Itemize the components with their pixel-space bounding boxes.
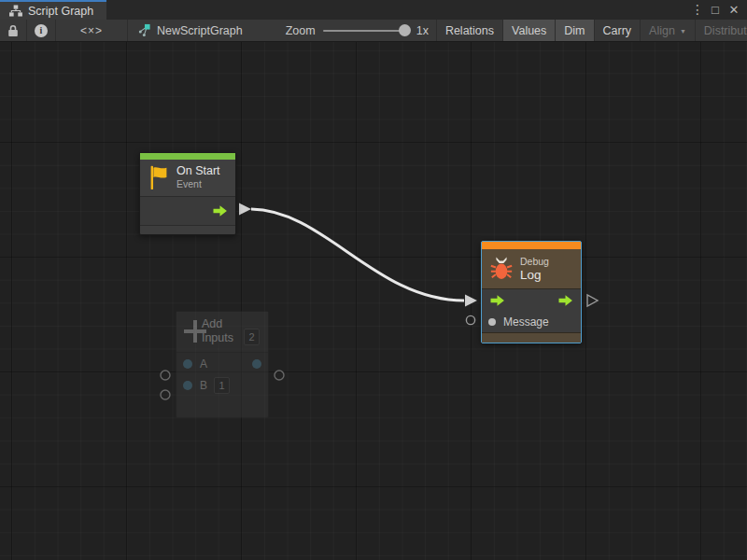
zoom-label: Zoom — [286, 24, 316, 37]
input-b-dot[interactable] — [183, 381, 192, 390]
relations-label: Relations — [445, 24, 494, 37]
node-subtitle: Inputs — [202, 331, 233, 345]
bug-icon — [489, 256, 514, 281]
debug-accent-strip — [482, 242, 581, 249]
port-row-b: B 1 — [176, 374, 268, 396]
inspect-button[interactable]: i — [27, 20, 56, 41]
flow-output-arrow-icon[interactable] — [557, 294, 574, 307]
node-footer — [482, 332, 581, 343]
node-header: On Start Event — [140, 160, 235, 197]
edit-source-button[interactable]: <×> — [56, 20, 128, 41]
script-graph-asset-icon — [137, 23, 151, 37]
flow-output-arrow-icon[interactable] — [211, 204, 229, 217]
add-input-a-port-circle[interactable] — [161, 371, 170, 380]
tab-title: Script Graph — [28, 5, 93, 18]
values-label: Values — [512, 24, 546, 37]
add-input-b-port-circle[interactable] — [161, 390, 170, 399]
graph-name: NewScriptGraph — [157, 24, 243, 37]
debug-message-port-circle[interactable] — [466, 315, 474, 324]
input-a-dot[interactable] — [183, 359, 192, 369]
output-dot[interactable] — [252, 359, 261, 369]
window-controls: ⋮ □ ✕ — [691, 0, 747, 20]
node-header: Add Inputs 2 — [176, 312, 268, 353]
debug-input-port-triangle[interactable] — [465, 295, 477, 307]
event-accent-strip — [140, 153, 235, 160]
lock-button[interactable] — [0, 20, 27, 41]
debug-output-port-triangle[interactable] — [587, 295, 598, 306]
relations-button[interactable]: Relations — [436, 20, 502, 41]
message-port-dot[interactable] — [488, 318, 496, 326]
tab-bar: Script Graph ⋮ □ ✕ — [0, 0, 747, 20]
script-graph-window: Script Graph ⋮ □ ✕ i <×> NewScriptGraph … — [0, 0, 747, 560]
zoom-slider-knob[interactable] — [399, 24, 411, 36]
node-body — [140, 197, 235, 225]
close-icon[interactable]: ✕ — [726, 1, 741, 19]
node-header: Debug Log — [482, 249, 581, 289]
breadcrumb[interactable]: NewScriptGraph — [128, 20, 252, 41]
distribute-dropdown[interactable]: Distribute▼ — [695, 20, 747, 41]
node-add-ghost[interactable]: Add Inputs 2 A B 1 — [176, 311, 269, 418]
graph-hierarchy-icon — [8, 5, 22, 17]
plus-icon — [184, 320, 195, 343]
carry-button[interactable]: Carry — [594, 20, 641, 41]
zoom-control: Zoom 1x — [278, 20, 436, 41]
input-b-value-field[interactable]: 1 — [214, 377, 230, 394]
flow-port-row — [482, 289, 581, 311]
input-a-label: A — [200, 357, 207, 371]
flag-icon — [148, 164, 170, 190]
node-title: On Start — [176, 164, 220, 178]
node-body: A B 1 — [176, 353, 268, 396]
node-group-label: Debug — [520, 256, 549, 268]
tab-script-graph[interactable]: Script Graph — [0, 0, 106, 20]
distribute-label: Distribute — [704, 24, 747, 37]
node-type-label: Event — [176, 178, 220, 190]
align-label: Align — [649, 24, 675, 37]
info-icon: i — [35, 24, 48, 37]
dim-button[interactable]: Dim — [555, 20, 593, 41]
node-title: Add — [202, 317, 233, 331]
flow-cable[interactable] — [251, 209, 464, 301]
dim-label: Dim — [564, 24, 585, 37]
add-output-port-circle[interactable] — [275, 371, 284, 380]
message-port-row: Message — [482, 311, 581, 332]
graph-toolbar: i <×> NewScriptGraph Zoom 1x Relations V… — [0, 20, 747, 42]
graph-canvas[interactable]: On Start Event Debug — [0, 42, 747, 560]
node-title: Log — [520, 268, 549, 282]
node-footer — [140, 225, 235, 233]
node-body: Message — [482, 289, 581, 332]
input-b-label: B — [200, 379, 207, 392]
node-debug-log[interactable]: Debug Log Message — [481, 241, 582, 343]
align-dropdown[interactable]: Align▼ — [640, 20, 695, 41]
window-menu-icon[interactable]: ⋮ — [691, 1, 704, 19]
flow-input-arrow-icon[interactable] — [488, 294, 506, 307]
lock-icon — [7, 24, 19, 37]
node-on-start[interactable]: On Start Event — [139, 152, 236, 235]
connection-layer — [0, 42, 747, 560]
chevron-down-icon: ▼ — [680, 28, 686, 35]
maximize-icon[interactable]: □ — [708, 1, 723, 19]
message-port-label: Message — [503, 315, 549, 329]
zoom-slider[interactable] — [323, 30, 409, 32]
toolbar-toggle-group: Relations Values Dim Carry Align▼ Distri… — [436, 20, 747, 41]
port-row-a: A — [176, 353, 268, 374]
carry-label: Carry — [603, 24, 632, 37]
onstart-output-port-triangle[interactable] — [239, 203, 251, 216]
zoom-value: 1x — [416, 24, 429, 37]
code-icon: <×> — [80, 24, 103, 37]
input-count-field[interactable]: 2 — [244, 329, 260, 345]
values-button[interactable]: Values — [502, 20, 555, 41]
